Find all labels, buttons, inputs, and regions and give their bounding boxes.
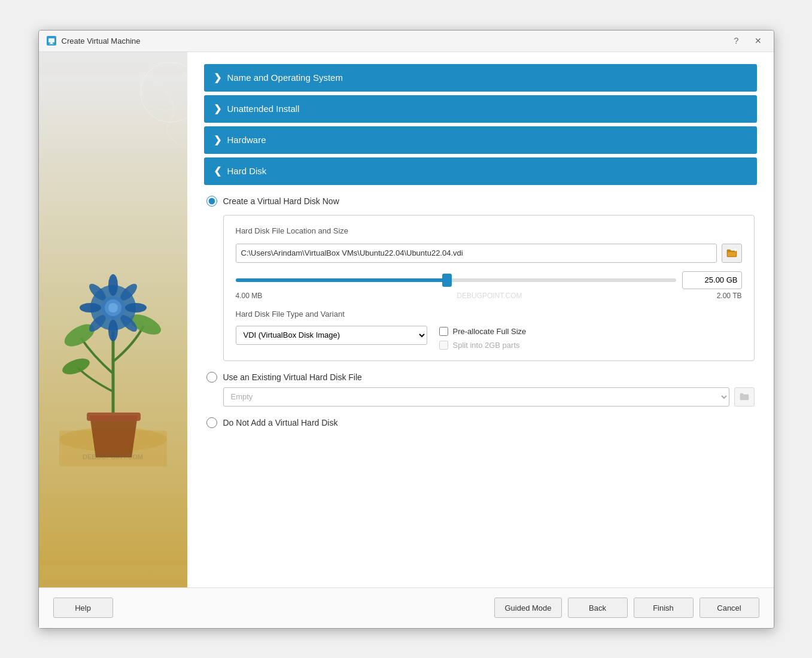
create-new-card: Hard Disk File Location and Size [223, 215, 755, 361]
svg-point-14 [108, 274, 118, 296]
option-use-existing[interactable]: Use an Existing Virtual Hard Disk File [206, 372, 755, 383]
help-button[interactable]: ? [728, 32, 745, 49]
disk-radio-group: Create a Virtual Hard Disk Now Hard Disk… [206, 196, 755, 434]
footer-left: Help [53, 598, 113, 618]
slider-fill [236, 278, 447, 282]
existing-row: Empty [223, 387, 755, 407]
browse-file-button[interactable] [722, 244, 742, 263]
back-button[interactable]: Back [568, 598, 628, 618]
split-checkbox[interactable] [439, 341, 448, 350]
size-max: 2.00 TB [717, 292, 742, 300]
main-area: ❯ Name and Operating System ❯ Unattended… [187, 52, 774, 587]
svg-rect-2 [50, 43, 53, 44]
radio-do-not-add[interactable] [206, 417, 217, 428]
type-row: VDI (VirtualBox Disk Image) VHD (Virtual… [236, 326, 742, 350]
radio-create-new[interactable] [206, 196, 217, 207]
watermark-label: DEBUGPOINT.COM [457, 292, 522, 300]
file-location-title: Hard Disk File Location and Size [236, 226, 742, 235]
title-bar: Create Virtual Machine ? ✕ [39, 31, 774, 52]
folder-icon [726, 248, 737, 258]
size-value-input[interactable] [682, 271, 742, 289]
slider-area: 4.00 MB DEBUGPOINT.COM 2.00 TB [236, 271, 742, 300]
create-new-label: Create a Virtual Hard Disk Now [223, 196, 339, 206]
svg-rect-25 [728, 252, 736, 256]
slider-thumb[interactable] [442, 274, 452, 287]
svg-rect-1 [48, 38, 54, 43]
section-unattended-label: Unattended Install [227, 104, 300, 114]
disk-type-select[interactable]: VDI (VirtualBox Disk Image) VHD (Virtual… [236, 326, 427, 345]
file-path-input[interactable] [236, 244, 717, 263]
do-not-add-label: Do Not Add a Virtual Hard Disk [223, 418, 338, 427]
title-bar-controls: ? ✕ [728, 32, 767, 49]
hard-disk-options: Create a Virtual Hard Disk Now Hard Disk… [204, 196, 757, 434]
cancel-button[interactable]: Cancel [700, 598, 759, 618]
existing-browse-button[interactable] [734, 387, 755, 407]
section-hard-disk-label: Hard Disk [227, 166, 267, 176]
window-content: DEBUGPOINT.COM ❯ Name and Operating Syst… [39, 52, 774, 587]
section-hardware[interactable]: ❯ Hardware [204, 126, 757, 154]
file-location-row [236, 244, 742, 263]
radio-use-existing[interactable] [206, 372, 217, 383]
browse-icon [740, 393, 749, 401]
finish-button[interactable]: Finish [634, 598, 694, 618]
help-button[interactable]: Help [53, 598, 113, 618]
title-bar-left: Create Virtual Machine [46, 35, 141, 46]
sidebar-illustration [39, 52, 187, 587]
existing-select[interactable]: Empty [223, 387, 729, 407]
use-existing-label: Use an Existing Virtual Hard Disk File [223, 372, 362, 382]
footer-right: Guided Mode Back Finish Cancel [494, 598, 759, 618]
svg-point-24 [108, 303, 118, 313]
option-create-new[interactable]: Create a Virtual Hard Disk Now [206, 196, 755, 207]
section-unattended[interactable]: ❯ Unattended Install [204, 95, 757, 123]
footer: Help Guided Mode Back Finish Cancel [39, 587, 774, 628]
type-variant-title: Hard Disk File Type and Variant [236, 310, 742, 319]
option-do-not-add[interactable]: Do Not Add a Virtual Hard Disk [206, 417, 755, 428]
section-hard-disk[interactable]: ❮ Hard Disk [204, 157, 757, 185]
app-icon [46, 35, 57, 46]
split-option[interactable]: Split into 2GB parts [439, 341, 527, 350]
section-hardware-label: Hardware [227, 135, 266, 145]
back-label: Back [589, 604, 606, 612]
svg-point-16 [80, 303, 101, 313]
help-label: Help [75, 604, 91, 612]
slider-row [236, 271, 742, 289]
size-min: 4.00 MB [236, 292, 263, 300]
svg-rect-9 [87, 413, 141, 421]
chevron-hard-disk: ❮ [214, 165, 221, 177]
chevron-name-os: ❯ [214, 72, 221, 83]
split-label: Split into 2GB parts [453, 341, 520, 350]
section-name-os[interactable]: ❯ Name and Operating System [204, 64, 757, 92]
create-vm-window: Create Virtual Machine ? ✕ [38, 30, 774, 629]
watermark: DEBUGPOINT.COM [83, 453, 143, 460]
svg-rect-3 [49, 44, 54, 44]
slider-track [236, 278, 676, 282]
preallocate-checkbox[interactable] [439, 327, 448, 336]
close-button[interactable]: ✕ [750, 32, 767, 49]
sidebar: DEBUGPOINT.COM [39, 52, 187, 587]
checkbox-group: Pre-allocate Full Size Split into 2GB pa… [439, 327, 527, 350]
cancel-label: Cancel [717, 604, 741, 612]
svg-point-15 [108, 320, 118, 341]
guided-mode-button[interactable]: Guided Mode [494, 598, 561, 618]
guided-mode-label: Guided Mode [504, 604, 551, 612]
section-name-os-label: Name and Operating System [227, 72, 343, 83]
svg-point-17 [125, 303, 147, 313]
preallocate-option[interactable]: Pre-allocate Full Size [439, 327, 527, 336]
chevron-unattended: ❯ [214, 103, 221, 114]
chevron-hardware: ❯ [214, 134, 221, 145]
window-title: Create Virtual Machine [62, 37, 141, 46]
size-labels: 4.00 MB DEBUGPOINT.COM 2.00 TB [236, 292, 742, 300]
preallocate-label: Pre-allocate Full Size [453, 327, 527, 336]
finish-label: Finish [653, 604, 674, 612]
